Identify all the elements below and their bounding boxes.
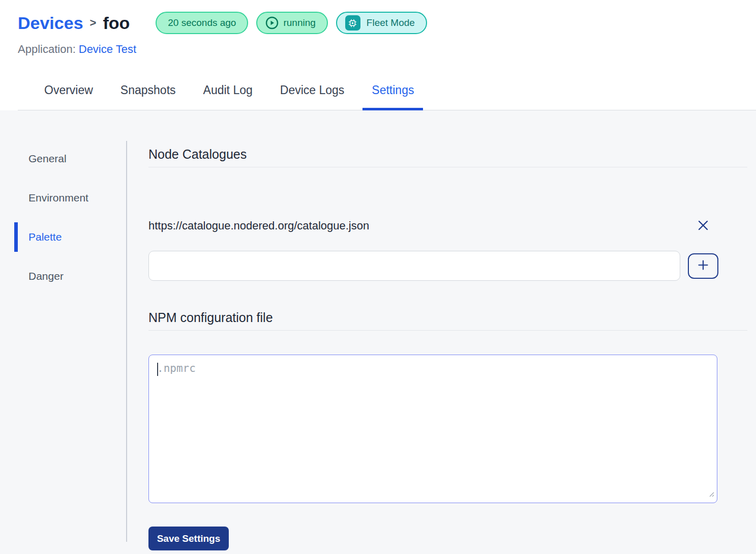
- last-seen-label: 20 seconds ago: [168, 17, 236, 28]
- tab-overview[interactable]: Overview: [35, 82, 102, 110]
- catalogue-url-text: https://catalogue.nodered.org/catalogue.…: [148, 219, 369, 232]
- add-catalogue-button[interactable]: [688, 253, 718, 279]
- remove-catalogue-button[interactable]: [688, 215, 718, 237]
- application-label: Application:: [18, 43, 76, 55]
- breadcrumb-separator-icon: >: [90, 16, 97, 30]
- breadcrumb-current-device: foo: [103, 13, 130, 33]
- tab-audit-log[interactable]: Audit Log: [194, 82, 262, 110]
- application-link[interactable]: Device Test: [79, 43, 136, 55]
- fleet-mode-badge: Fleet Mode: [336, 12, 427, 34]
- npm-config-heading: NPM configuration file: [148, 310, 747, 331]
- sidebar-item-palette[interactable]: Palette: [0, 231, 127, 243]
- new-catalogue-row: [148, 251, 718, 281]
- settings-sidebar: General Environment Palette Danger: [0, 110, 127, 554]
- npm-config-field: [148, 355, 717, 503]
- sidebar-item-environment[interactable]: Environment: [0, 192, 127, 204]
- tab-bar: Overview Snapshots Audit Log Device Logs…: [18, 82, 756, 110]
- last-seen-badge: 20 seconds ago: [156, 12, 248, 34]
- fleet-mode-label: Fleet Mode: [367, 17, 415, 28]
- text-cursor: [157, 363, 158, 376]
- palette-settings-panel: Node Catalogues https://catalogue.nodere…: [127, 110, 756, 554]
- new-catalogue-input[interactable]: [148, 251, 680, 281]
- catalogue-entry-row: https://catalogue.nodered.org/catalogue.…: [148, 215, 718, 237]
- tab-settings[interactable]: Settings: [362, 82, 423, 110]
- chip-icon: [345, 15, 360, 31]
- breadcrumb-devices-link[interactable]: Devices: [18, 13, 83, 33]
- status-label: running: [283, 17, 315, 28]
- node-catalogues-heading: Node Catalogues: [148, 147, 747, 167]
- page-header: Devices > foo 20 seconds ago running: [0, 0, 756, 110]
- status-badges: 20 seconds ago running Fleet Mode: [156, 12, 427, 34]
- settings-content: General Environment Palette Danger Node …: [0, 110, 756, 554]
- play-circle-icon: [265, 16, 279, 30]
- close-icon: [697, 219, 710, 234]
- save-settings-button[interactable]: Save Settings: [148, 527, 229, 550]
- npm-config-textarea[interactable]: [148, 355, 717, 503]
- plus-icon: [697, 258, 710, 273]
- status-badge: running: [256, 12, 327, 34]
- sidebar-item-danger[interactable]: Danger: [0, 270, 127, 282]
- tab-device-logs[interactable]: Device Logs: [271, 82, 354, 110]
- breadcrumb: Devices > foo 20 seconds ago running: [18, 11, 756, 35]
- tab-snapshots[interactable]: Snapshots: [111, 82, 185, 110]
- application-line: Application:Device Test: [18, 43, 756, 56]
- sidebar-item-general[interactable]: General: [0, 153, 127, 165]
